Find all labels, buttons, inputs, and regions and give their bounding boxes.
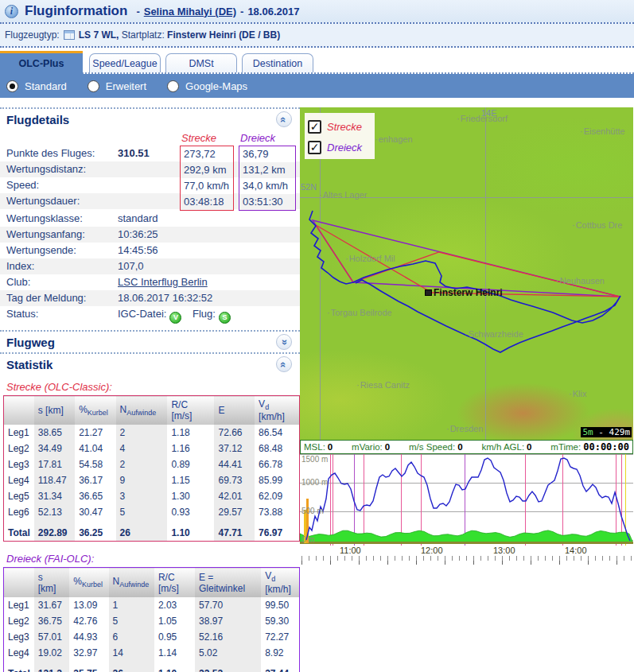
flugweg-heading: Flugweg (6, 336, 55, 349)
stat-cell: 22.52 (195, 661, 261, 672)
detail-value: 310.51 (118, 146, 150, 161)
barogram-plot[interactable]: 1500 m1000 m500 m0 m (300, 454, 633, 546)
stat-column-header: R/C[m/s] (154, 568, 195, 597)
tab-olc-plus[interactable]: OLC-Plus (0, 51, 83, 74)
checkbox-checked[interactable]: ✓ (308, 120, 321, 134)
detail-value: standard (118, 211, 158, 227)
stat-total-row: Total131.235.75261.1022.5237.44 (4, 661, 300, 672)
elevation-range: - 429m (593, 427, 630, 437)
stat-header-row: s[km]%KurbelNAufwindeR/C[m/s]E =Gleitwin… (4, 568, 300, 597)
radio-google-maps[interactable] (167, 80, 179, 92)
stat-column-header (4, 568, 34, 597)
collapse-flugdetails-button[interactable]: « (276, 111, 292, 127)
chevron-up-icon: « (278, 361, 290, 367)
flugdetails-score-area: Strecke Dreieck Punkte des Fluges:310.51… (0, 131, 300, 209)
tab-speed-league[interactable]: Speed/League (89, 53, 161, 72)
stat-cell: 44.41 (214, 456, 255, 472)
stat-cell: 1.16 (167, 441, 214, 456)
layer-toggle-strecke[interactable]: ✓Strecke (308, 116, 375, 137)
collapse-statistik-button[interactable]: « (276, 356, 292, 372)
map-canvas[interactable]: Friedersdorf14EEisenhütteenhagen52NAltes… (300, 107, 633, 440)
tab-destination[interactable]: Destination (242, 53, 313, 72)
time-axis-label: 11:00 (340, 546, 361, 555)
stat-cell: Leg1 (4, 597, 34, 613)
score-value: 03:48:18 (181, 194, 233, 210)
stat-cell: 57.70 (195, 597, 261, 613)
altitude-axis-label: 1000 m (301, 478, 328, 487)
igc-valid-badge: V (169, 312, 181, 324)
stat-cell: 86.54 (255, 425, 299, 441)
view-option-erweitert[interactable]: Erweitert (88, 80, 146, 92)
stat-leg-row: Leg419.0232.97141.145.028.92 (4, 645, 300, 661)
club-link[interactable]: LSC Interflug Berlin (118, 276, 208, 288)
radio-erweitert[interactable] (88, 80, 99, 92)
stat-column-header: E (214, 396, 255, 425)
view-option-google-maps[interactable]: Google-Maps (167, 80, 247, 92)
stat-cell: 6 (109, 629, 154, 645)
time-axis-label: 14:00 (565, 546, 587, 555)
map-column: Friedersdorf14EEisenhütteenhagen52NAltes… (300, 98, 634, 672)
stat-cell: 47.71 (214, 520, 255, 542)
flight-detail-row: Wertungsanfang:10:36:25 (0, 227, 300, 243)
stat-cell: 35.75 (69, 661, 108, 672)
score-value: 292,9 km (181, 162, 233, 178)
elevation-scale-badge: 5m - 429m (581, 427, 632, 437)
stat-cell: 72.27 (261, 629, 299, 645)
stat-cell: 69.73 (214, 472, 255, 488)
score-value: 273,72 (181, 146, 233, 162)
layer-toggle-dreieck[interactable]: ✓Dreieck (308, 137, 375, 157)
statistik-section-header: Statistik « (0, 352, 300, 375)
stat-cell: 26 (116, 520, 168, 542)
view-options-bar: StandardErweitertGoogle-Maps (0, 74, 634, 98)
flight-detail-row: Wertungsende:14:45:56 (0, 243, 300, 258)
stat-total-row: Total292.8936.25261.1047.7176.97 (4, 520, 300, 542)
stat-cell: 68.48 (255, 441, 299, 456)
tab-dmst[interactable]: DMSt (165, 53, 237, 72)
altitude-axis-label: 500 m (301, 507, 324, 515)
strecke-score-box: 273,72292,9 km77,0 km/h03:48:18 (180, 146, 234, 211)
stat-cell: 73.88 (255, 504, 299, 520)
pilot-link[interactable]: Selina Mihalyi (DE) (144, 6, 236, 17)
stat-cell: 31.34 (34, 488, 75, 504)
baseline-bar (300, 542, 633, 544)
stat-cell: 32.97 (69, 645, 108, 661)
stat-cell: Leg5 (4, 488, 34, 504)
stat-cell: 19.02 (34, 645, 70, 661)
baro-status-km-h-agl-: km/h AGL:0 (481, 442, 531, 452)
aircraft-table-icon[interactable] (64, 30, 75, 40)
dreieck-column-header: Dreieck (240, 132, 275, 144)
expand-flugweg-button[interactable]: « (276, 334, 292, 350)
stat-leg-row: Leg531.3436.6531.3042.0162.09 (4, 488, 300, 504)
strecke-statistics-table: s [km]%KurbelNAufwindeR/C [m/s]EVd [km/h… (3, 395, 300, 542)
stat-cell: 44.93 (69, 629, 108, 645)
stat-cell: 21.27 (75, 425, 115, 441)
view-option-standard[interactable]: Standard (6, 80, 67, 92)
aircraft-type-value: LS 7 WL, (79, 29, 119, 41)
stat-cell: 57.01 (34, 629, 70, 645)
checkbox-checked[interactable]: ✓ (308, 141, 321, 154)
stat-cell: 1 (109, 597, 154, 613)
stat-cell: 66.78 (255, 456, 299, 472)
stat-leg-row: Leg234.4941.0441.1637.1268.48 (4, 441, 300, 456)
baro-status-m-s-speed-: m/s Speed:0 (409, 442, 463, 452)
stat-cell: 14 (109, 645, 154, 661)
details-column: Flugdetails « Strecke Dreieck Punkte des… (0, 98, 300, 672)
baro-status-value: 00:00:00 (583, 441, 629, 453)
map-grid-label: 52N (301, 182, 317, 192)
stat-column-header: Vd[km/h] (261, 568, 299, 597)
score-column-headers: Strecke Dreieck (0, 131, 300, 146)
barogram-curves (300, 454, 633, 546)
map-town-label: Neuhausen (556, 276, 605, 286)
stat-cell: Total (4, 520, 34, 542)
radio-standard-selected[interactable] (6, 80, 18, 92)
detail-value: 14:45:56 (118, 243, 158, 258)
stat-cell: 118.47 (34, 472, 75, 488)
stat-leg-row: Leg652.1330.4750.9329.5773.88 (4, 504, 300, 520)
page-title: Fluginformation (25, 3, 127, 19)
start-site-value: Finsterw Heinri (DE / BB) (167, 29, 280, 41)
detail-label: Club: (0, 274, 118, 290)
stat-leg-row: Leg4118.4736.1791.1569.7385.99 (4, 472, 300, 488)
stat-cell: 31.67 (34, 597, 70, 613)
stat-column-header: NAufwinde (116, 396, 168, 425)
start-site-marker: Finsterw Heinri (425, 287, 503, 298)
